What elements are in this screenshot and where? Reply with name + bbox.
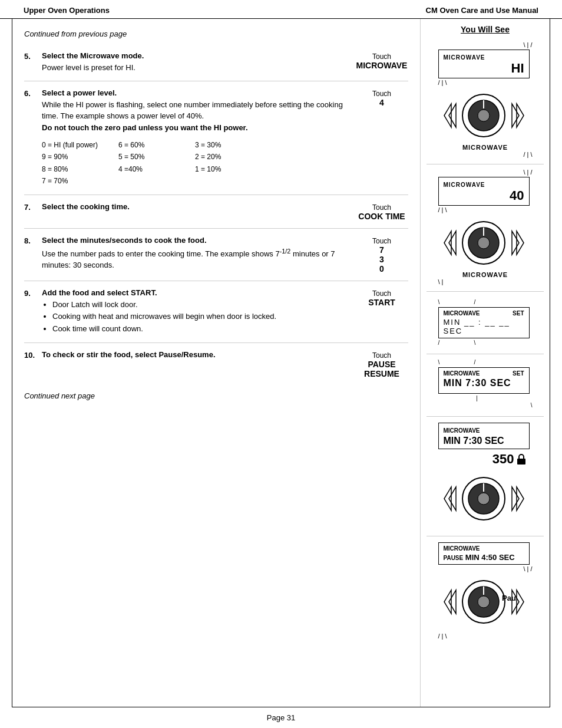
right-step-5: \ | / MICROWAVE HI / | \: [427, 37, 544, 164]
header-right: CM Oven Care and Use Manual: [426, 6, 538, 15]
svg-marker-27: [517, 590, 524, 614]
right-step8-display: MIN 7:30 SEC: [444, 378, 524, 388]
right-step9-time: MIN 7:30 SEC: [444, 436, 524, 446]
power-row-2: 9 = 90% 5 = 50% 2 = 20%: [42, 151, 355, 163]
svg-rect-16: [517, 459, 525, 465]
svg-marker-19: [517, 487, 524, 510]
step-5-touch: Touch MICROWAVE: [355, 51, 408, 74]
knob-svg-10: Pau: [438, 572, 530, 631]
right-step9-label: MICROWAVE: [444, 427, 480, 434]
right-step-7: \ / MICROWAVE SET MIN __ : __ __ SEC / \: [427, 292, 544, 354]
step-10-content: To check or stir the food, select Pause/…: [42, 350, 355, 378]
svg-marker-18: [449, 487, 456, 510]
step-10-number: 10.: [24, 350, 42, 378]
step-6-number: 6.: [24, 88, 42, 187]
svg-marker-20: [512, 487, 519, 510]
step-8-title: Select the minutes/seconds to cook the f…: [42, 236, 355, 245]
step-10-touch: Touch PAUSERESUME: [355, 350, 408, 378]
step-7-number: 7.: [24, 202, 42, 221]
page-header: Upper Oven Operations CM Oven Care and U…: [0, 0, 562, 19]
svg-marker-1: [449, 104, 456, 127]
step-10-title: To check or stir the food, select Pause/…: [42, 350, 355, 359]
step-6-touch: Touch 4: [355, 88, 408, 187]
bullet-1: Door Latch will lock door.: [52, 299, 355, 311]
pau-label: Pau: [502, 594, 516, 602]
step-8-content: Select the minutes/seconds to cook the f…: [42, 236, 355, 274]
continued-next: Continued next page: [24, 386, 408, 404]
right-step-6: \ | / MICROWAVE 40 / | \: [427, 164, 544, 292]
step-9-bullets: Door Latch will lock door. Cooking with …: [52, 299, 355, 335]
step-9-row: 9. Add the food and select START. Door L…: [24, 281, 408, 343]
step-6-desc: While the HI power is flashing, select o…: [42, 99, 355, 134]
right-step6-value: 40: [444, 189, 524, 203]
step-6-content: Select a power level. While the HI power…: [42, 88, 355, 187]
step-8-touch: Touch 730: [355, 236, 408, 274]
step-8-desc: Use the number pads to enter the cooking…: [42, 246, 355, 271]
step-8-row: 8. Select the minutes/seconds to cook th…: [24, 229, 408, 281]
svg-marker-25: [444, 590, 451, 614]
step-6-power-table: 0 = HI (full power) 6 = 60% 3 = 30% 9 = …: [42, 139, 355, 187]
right-step-8: \ / MICROWAVE SET MIN 7:30 SEC | \: [427, 354, 544, 417]
content-area: Continued from previous page 5. Select t…: [12, 19, 550, 707]
svg-point-23: [478, 493, 490, 505]
lock-icon: [516, 453, 527, 466]
svg-marker-17: [444, 487, 451, 510]
svg-marker-26: [449, 590, 456, 614]
knob-svg-5: [438, 86, 530, 145]
power-row-3: 8 = 80% 4 =40% 1 = 10%: [42, 163, 355, 175]
bullet-2: Cooking with heat and microwaves will be…: [52, 311, 355, 323]
right-step5-value: HI: [444, 61, 524, 75]
right-panel: You Will See \ | / MICROWAVE HI / | \: [420, 19, 550, 707]
svg-marker-0: [444, 104, 451, 127]
step-9-content: Add the food and select START. Door Latc…: [42, 288, 355, 335]
you-will-see-header: You Will See: [427, 19, 544, 37]
right-step5-label: MICROWAVE: [444, 54, 485, 61]
svg-marker-2: [517, 104, 524, 127]
step-7-title: Select the cooking time.: [42, 202, 355, 211]
step-8-number: 8.: [24, 236, 42, 274]
step-9-touch: Touch START: [355, 288, 408, 335]
right-step6-label: MICROWAVE: [444, 182, 485, 188]
knob-svg-6: [438, 213, 530, 272]
step-6-row: 6. Select a power level. While the HI po…: [24, 81, 408, 195]
step-7-content: Select the cooking time.: [42, 202, 355, 221]
page-footer: Page 31: [12, 707, 550, 728]
svg-marker-8: [444, 231, 451, 255]
knob-svg-9: [438, 469, 530, 528]
header-left: Upper Oven Operations: [24, 6, 110, 15]
right-step10-label: MICROWAVE: [444, 545, 524, 552]
right-step10-time: PAUSE MIN 4:50 SEC: [444, 553, 524, 562]
step-6-title: Select a power level.: [42, 88, 355, 97]
main-content: Continued from previous page 5. Select t…: [12, 19, 420, 707]
right-step7-set: SET: [513, 310, 524, 317]
step-5-row: 5. Select the Microwave mode. Power leve…: [24, 44, 408, 81]
bullet-3: Cook time will count down.: [52, 323, 355, 335]
svg-marker-9: [449, 231, 456, 255]
power-row-4: 7 = 70%: [42, 175, 355, 187]
step-5-desc: Power level is preset for HI.: [42, 62, 355, 74]
step-5-number: 5.: [24, 51, 42, 74]
step-9-number: 9.: [24, 288, 42, 335]
svg-marker-3: [512, 104, 519, 127]
step-7-touch: Touch COOK TIME: [355, 202, 408, 221]
right-step8-label: MICROWAVE: [444, 370, 480, 377]
power-row-1: 0 = HI (full power) 6 = 60% 3 = 30%: [42, 139, 355, 151]
right-step-10: MICROWAVE PAUSE MIN 4:50 SEC \ | /: [427, 536, 544, 645]
right-step7-label: MICROWAVE: [444, 310, 480, 317]
step-5-content: Select the Microwave mode. Power level i…: [42, 51, 355, 74]
right-step-9: MICROWAVE MIN 7:30 SEC 350: [427, 417, 544, 536]
page-number: Page 31: [267, 713, 295, 722]
page-wrapper: Upper Oven Operations CM Oven Care and U…: [0, 0, 562, 728]
right-step7-display: MIN __ : __ __ SEC: [444, 318, 524, 335]
right-step9-temp: 350: [492, 452, 514, 467]
step-10-row: 10. To check or stir the food, select Pa…: [24, 343, 408, 386]
continued-from: Continued from previous page: [24, 25, 408, 44]
step-9-title: Add the food and select START.: [42, 288, 355, 297]
right-step8-set: SET: [513, 370, 524, 377]
svg-point-31: [478, 596, 490, 608]
step-5-title: Select the Microwave mode.: [42, 51, 355, 60]
svg-point-6: [478, 110, 490, 121]
svg-point-14: [478, 237, 490, 249]
step-7-row: 7. Select the cooking time. Touch COOK T…: [24, 195, 408, 229]
svg-marker-11: [512, 231, 519, 255]
